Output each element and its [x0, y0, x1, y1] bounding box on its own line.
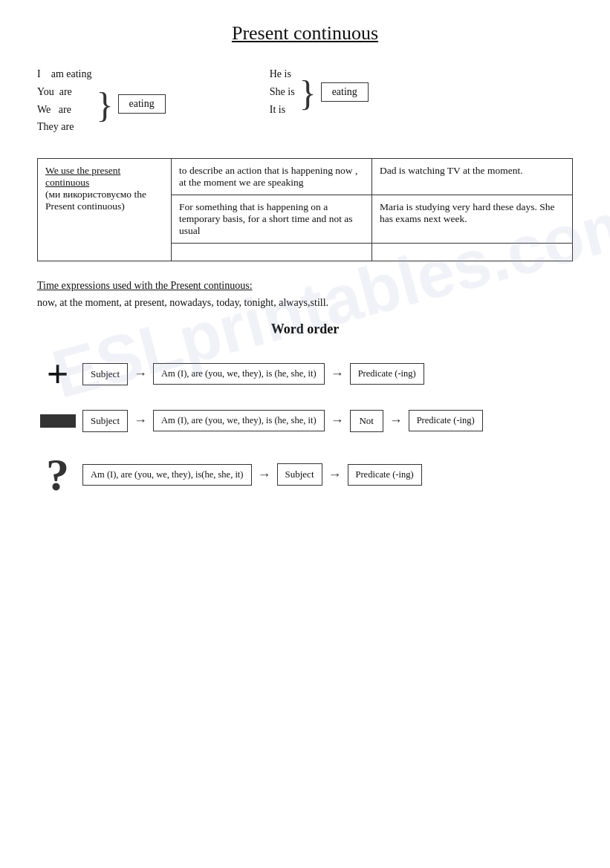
table-usage-1: to describe an action that is happening …: [172, 159, 372, 195]
pronoun-i: I am eating: [37, 65, 91, 83]
table-usage-2: For something that is happening on a tem…: [172, 195, 372, 244]
negative-symbol: [40, 414, 76, 428]
time-expressions: Time expressions used with the Present c…: [37, 278, 573, 311]
positive-am-are: Am (I), are (you, we, they), is (he, she…: [153, 363, 325, 385]
table-col1: We use the present continuous (ми викори…: [38, 159, 172, 261]
negative-arrow-2: →: [331, 413, 344, 428]
positive-arrow-1: →: [134, 366, 147, 382]
flow-section: + Subject → Am (I), are (you, we, they),…: [37, 355, 573, 501]
use-table: We use the present continuous (ми викори…: [37, 158, 573, 261]
question-symbol: ?: [37, 448, 78, 501]
conj-left: I am eating You are We are They are } ea…: [37, 65, 166, 136]
negative-not: Not: [350, 410, 383, 432]
positive-subject: Subject: [82, 363, 128, 385]
table-example-1: Dad is watching TV at the moment.: [372, 159, 573, 195]
positive-arrow-2: →: [331, 366, 344, 382]
pronoun-you: You are: [37, 83, 91, 101]
bracket-right: }: [299, 76, 317, 111]
bracket-group-left: } eating: [96, 85, 165, 123]
table-col1-sub: (ми використовуємо the Present continuou…: [45, 189, 146, 212]
table-row-1: We use the present continuous (ми викори…: [38, 159, 573, 195]
eating-box-left: eating: [118, 94, 166, 114]
negative-symbol-wrapper: [37, 411, 78, 431]
negative-subject: Subject: [82, 410, 128, 432]
pronoun-they: They are: [37, 118, 91, 136]
negative-arrow-3: →: [389, 413, 403, 428]
question-arrow-1: →: [258, 467, 271, 483]
pronouns-left: I am eating You are We are They are: [37, 65, 91, 136]
question-am-are: Am (I), are (you, we, they), is(he, she,…: [82, 464, 252, 486]
time-expressions-items: now, at the moment, at present, nowadays…: [37, 297, 328, 308]
conj-right: He is She is It is } eating: [270, 65, 369, 118]
positive-symbol: +: [37, 355, 78, 394]
flow-row-positive: + Subject → Am (I), are (you, we, they),…: [37, 355, 573, 394]
pronouns-right: He is She is It is: [270, 65, 295, 118]
conjugation-section: I am eating You are We are They are } ea…: [37, 65, 573, 136]
negative-am-are: Am (I), are (you, we, they), is (he, she…: [153, 410, 325, 431]
table-example-3: [372, 244, 573, 261]
page-title: Present continuous: [37, 22, 573, 45]
bracket-left: }: [96, 88, 113, 123]
negative-predicate: Predicate (-ing): [409, 410, 483, 431]
flow-row-negative: Subject → Am (I), are (you, we, they), i…: [37, 410, 573, 432]
table-usage-3: [172, 244, 372, 261]
pronoun-it: It is: [270, 101, 295, 119]
table-col1-main: We use the present continuous: [45, 165, 120, 188]
word-order-title: Word order: [37, 322, 573, 337]
pronoun-we: We are: [37, 101, 91, 119]
negative-arrow-1: →: [134, 413, 147, 428]
question-subject: Subject: [277, 463, 322, 486]
question-arrow-2: →: [328, 467, 342, 483]
table-example-2: Maria is studying very hard these days. …: [372, 195, 573, 244]
flow-row-question: ? Am (I), are (you, we, they), is(he, sh…: [37, 448, 573, 501]
pronoun-she: She is: [270, 83, 295, 101]
pronoun-he: He is: [270, 65, 295, 83]
question-predicate: Predicate (-ing): [348, 464, 422, 486]
bracket-group-right: } eating: [299, 73, 369, 111]
eating-box-right: eating: [321, 82, 369, 102]
time-expressions-label: Time expressions used with the Present c…: [37, 280, 253, 291]
positive-predicate: Predicate (-ing): [350, 363, 424, 385]
